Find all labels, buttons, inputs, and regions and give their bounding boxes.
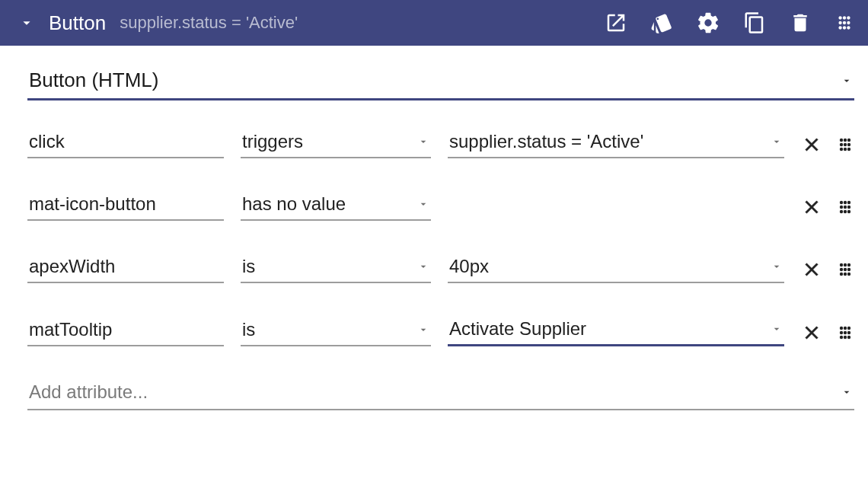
style-button[interactable] bbox=[650, 11, 673, 34]
collapse-chevron[interactable] bbox=[18, 14, 35, 31]
attribute-name-text: matTooltip bbox=[29, 319, 112, 340]
svg-point-21 bbox=[840, 206, 843, 209]
drag-handle-header[interactable] bbox=[834, 13, 854, 33]
svg-point-37 bbox=[844, 327, 847, 330]
attribute-operator-select[interactable]: is bbox=[241, 316, 431, 346]
attribute-value-select[interactable]: Activate Supplier bbox=[448, 315, 784, 346]
element-type-label: Button (HTML) bbox=[29, 69, 159, 92]
attribute-operator-text: is bbox=[242, 256, 255, 277]
row-drag-handle[interactable] bbox=[836, 260, 854, 279]
attribute-operator-text: has no value bbox=[242, 193, 346, 215]
add-attribute-row: Add attribute... bbox=[27, 378, 854, 410]
svg-point-18 bbox=[840, 201, 843, 204]
svg-point-5 bbox=[847, 21, 850, 24]
svg-point-29 bbox=[847, 263, 850, 266]
svg-point-40 bbox=[844, 331, 847, 334]
caret-down-icon bbox=[417, 198, 429, 210]
attribute-name-input[interactable]: matTooltip bbox=[27, 316, 224, 346]
caret-down-icon bbox=[417, 260, 429, 273]
header-bar: Button supplier.status = 'Active' bbox=[0, 0, 868, 46]
svg-point-42 bbox=[840, 336, 843, 339]
svg-point-23 bbox=[847, 206, 850, 209]
svg-point-27 bbox=[840, 263, 843, 266]
row-actions bbox=[801, 259, 854, 283]
chevron-down-icon bbox=[18, 14, 35, 31]
header-toolbar bbox=[605, 11, 854, 35]
copy-button[interactable] bbox=[743, 11, 766, 34]
svg-point-24 bbox=[840, 210, 843, 213]
svg-point-11 bbox=[847, 139, 850, 142]
svg-point-43 bbox=[844, 336, 847, 339]
attribute-operator-text: is bbox=[242, 319, 255, 340]
svg-point-14 bbox=[847, 143, 850, 146]
svg-point-38 bbox=[847, 327, 850, 330]
add-attribute-placeholder: Add attribute... bbox=[29, 381, 148, 403]
svg-point-39 bbox=[840, 331, 843, 334]
drag-grid-icon bbox=[836, 260, 854, 279]
svg-point-34 bbox=[844, 273, 847, 276]
attribute-name-input[interactable]: mat-icon-button bbox=[27, 190, 224, 221]
svg-point-26 bbox=[847, 210, 850, 213]
copy-icon bbox=[743, 11, 766, 34]
caret-down-icon bbox=[417, 136, 429, 148]
row-drag-handle[interactable] bbox=[836, 136, 854, 154]
close-icon bbox=[801, 259, 822, 280]
svg-point-0 bbox=[838, 16, 841, 19]
attribute-operator-select[interactable]: triggers bbox=[241, 128, 431, 158]
header-title: Button bbox=[49, 11, 106, 35]
attribute-value-select[interactable]: 40px bbox=[448, 253, 784, 283]
attribute-name-text: apexWidth bbox=[29, 256, 115, 277]
attribute-value-select[interactable]: supplier.status = 'Active' bbox=[448, 128, 784, 158]
element-type-select[interactable]: Button (HTML) bbox=[27, 64, 854, 100]
svg-point-7 bbox=[843, 26, 846, 29]
remove-attribute-button[interactable] bbox=[801, 196, 822, 218]
svg-point-33 bbox=[840, 273, 843, 276]
row-actions bbox=[801, 322, 854, 346]
svg-point-12 bbox=[840, 143, 843, 146]
attribute-value-text: 40px bbox=[449, 256, 489, 277]
attribute-operator-select[interactable]: is bbox=[241, 253, 431, 283]
svg-point-17 bbox=[847, 148, 850, 151]
drag-grid-icon bbox=[836, 324, 854, 342]
row-actions bbox=[801, 196, 854, 221]
svg-point-32 bbox=[847, 268, 850, 271]
trash-icon bbox=[789, 11, 812, 34]
attribute-name-text: click bbox=[29, 131, 65, 152]
svg-point-6 bbox=[838, 26, 841, 29]
caret-down-icon bbox=[417, 324, 429, 336]
caret-down-icon bbox=[841, 75, 853, 87]
attribute-name-text: mat-icon-button bbox=[29, 193, 156, 215]
settings-button[interactable] bbox=[696, 11, 720, 35]
attribute-operator-select[interactable]: has no value bbox=[241, 190, 431, 221]
add-attribute-select[interactable]: Add attribute... bbox=[27, 378, 854, 410]
svg-point-31 bbox=[844, 268, 847, 271]
row-drag-handle[interactable] bbox=[836, 324, 854, 342]
svg-point-28 bbox=[844, 263, 847, 266]
svg-point-8 bbox=[847, 26, 850, 29]
attribute-name-input[interactable]: apexWidth bbox=[27, 253, 224, 283]
caret-down-icon bbox=[771, 323, 783, 335]
attribute-name-input[interactable]: click bbox=[27, 128, 224, 158]
gear-icon bbox=[696, 11, 720, 35]
style-icon bbox=[650, 11, 673, 34]
caret-down-icon bbox=[841, 386, 853, 398]
close-icon bbox=[801, 134, 822, 155]
row-actions bbox=[801, 134, 854, 158]
svg-point-30 bbox=[840, 268, 843, 271]
element-type-row: Button (HTML) bbox=[27, 64, 854, 100]
caret-down-icon bbox=[771, 136, 783, 148]
delete-button[interactable] bbox=[789, 11, 812, 34]
svg-point-1 bbox=[843, 16, 846, 19]
open-external-button[interactable] bbox=[605, 11, 627, 34]
close-icon bbox=[801, 322, 822, 343]
attribute-row: apexWidthis40px bbox=[27, 253, 854, 283]
svg-point-2 bbox=[847, 16, 850, 19]
remove-attribute-button[interactable] bbox=[801, 322, 822, 343]
svg-point-9 bbox=[840, 139, 843, 142]
row-drag-handle[interactable] bbox=[836, 198, 854, 216]
svg-point-19 bbox=[844, 201, 847, 204]
close-icon bbox=[801, 196, 822, 218]
remove-attribute-button[interactable] bbox=[801, 259, 822, 280]
caret-down-icon bbox=[771, 260, 783, 273]
remove-attribute-button[interactable] bbox=[801, 134, 822, 155]
